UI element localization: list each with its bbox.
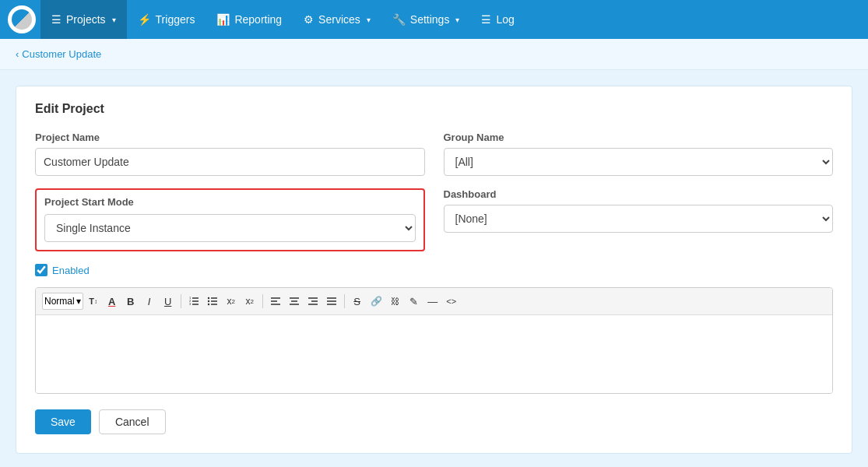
- nav-services-label: Services: [318, 13, 360, 26]
- align-right-button[interactable]: [304, 293, 322, 310]
- start-mode-label: Project Start Mode: [44, 196, 416, 208]
- font-color-button[interactable]: A: [104, 293, 121, 310]
- app-logo[interactable]: [8, 5, 36, 33]
- nav-log-label: Log: [496, 13, 514, 26]
- project-name-group: Project Name: [35, 132, 425, 176]
- style-select-caret-icon: ▾: [76, 296, 81, 307]
- services-caret-icon: ▾: [367, 16, 371, 24]
- triggers-icon: ⚡: [138, 13, 151, 26]
- nav-reporting-label: Reporting: [234, 13, 282, 26]
- nav-projects[interactable]: ☰ Projects ▾: [40, 0, 127, 39]
- link-button[interactable]: 🔗: [367, 293, 385, 310]
- project-name-label: Project Name: [35, 132, 425, 143]
- services-icon: ⚙: [304, 13, 314, 26]
- toolbar-divider-3: [344, 294, 345, 308]
- style-select-label: Normal: [44, 296, 75, 307]
- superscript-button[interactable]: x2: [241, 293, 258, 310]
- nav-triggers-label: Triggers: [156, 13, 195, 26]
- cancel-button[interactable]: Cancel: [99, 409, 166, 434]
- justify-button[interactable]: [323, 293, 340, 310]
- start-mode-select[interactable]: Single Instance Multiple Instances Singl…: [44, 214, 416, 242]
- projects-icon: ☰: [51, 13, 61, 26]
- nav-settings-label: Settings: [410, 13, 450, 26]
- group-name-label: Group Name: [444, 132, 834, 143]
- log-icon: ☰: [481, 13, 491, 26]
- svg-point-10: [207, 300, 209, 302]
- toolbar-divider-1: [181, 294, 181, 308]
- dashboard-group: Dashboard [None] Dashboard 1 Dashboard 2: [444, 188, 834, 251]
- nav-settings[interactable]: 🔧 Settings ▾: [381, 0, 471, 39]
- nav-triggers[interactable]: ⚡ Triggers: [127, 0, 206, 39]
- svg-point-9: [207, 297, 209, 299]
- main-content: Edit Project Project Name Group Name [Al…: [0, 70, 868, 467]
- enabled-label[interactable]: Enabled: [52, 265, 90, 276]
- style-select[interactable]: Normal ▾: [42, 293, 83, 310]
- logo-icon: [12, 9, 32, 30]
- form-row-1: Project Name Group Name [All] Group 1 Gr…: [35, 132, 833, 176]
- card-title: Edit Project: [35, 102, 833, 116]
- text-size-button[interactable]: T↕: [85, 293, 102, 310]
- enabled-row: Enabled: [35, 264, 833, 276]
- settings-caret-icon: ▾: [455, 16, 459, 24]
- breadcrumb-label: Customer Update: [22, 48, 101, 60]
- ordered-list-button[interactable]: 123: [185, 293, 202, 310]
- project-name-input[interactable]: [35, 148, 425, 176]
- breadcrumb-back-link[interactable]: ‹ Customer Update: [16, 48, 101, 60]
- dashboard-label: Dashboard: [444, 188, 834, 200]
- dashboard-select[interactable]: [None] Dashboard 1 Dashboard 2: [444, 205, 834, 233]
- unordered-list-button[interactable]: [204, 293, 221, 310]
- strikethrough-button[interactable]: S: [349, 293, 366, 310]
- save-button[interactable]: Save: [35, 409, 91, 434]
- source-button[interactable]: <>: [443, 293, 460, 310]
- form-row-2: Project Start Mode Single Instance Multi…: [35, 188, 833, 251]
- projects-caret-icon: ▾: [112, 16, 116, 24]
- back-arrow-icon: ‹: [16, 48, 19, 60]
- group-name-select[interactable]: [All] Group 1 Group 2: [444, 148, 834, 176]
- group-name-group: Group Name [All] Group 1 Group 2: [444, 132, 834, 176]
- align-center-button[interactable]: [286, 293, 303, 310]
- bold-button[interactable]: B: [122, 293, 139, 310]
- nav-log[interactable]: ☰ Log: [470, 0, 525, 39]
- reporting-icon: 📊: [216, 13, 230, 26]
- start-mode-highlighted-box: Project Start Mode Single Instance Multi…: [35, 188, 425, 251]
- toolbar-divider-2: [262, 294, 263, 308]
- nav-reporting[interactable]: 📊 Reporting: [206, 0, 293, 39]
- action-buttons: Save Cancel: [35, 409, 833, 434]
- nav-services[interactable]: ⚙ Services ▾: [293, 0, 381, 39]
- underline-button[interactable]: U: [160, 293, 177, 310]
- clear-format-button[interactable]: ✎: [406, 293, 423, 310]
- italic-button[interactable]: I: [141, 293, 158, 310]
- enabled-checkbox[interactable]: [35, 264, 47, 276]
- start-mode-group: Project Start Mode Single Instance Multi…: [35, 188, 425, 251]
- rich-text-editor: Normal ▾ T↕ A B I U 123 x2 x2: [35, 287, 833, 394]
- settings-icon: 🔧: [392, 13, 406, 26]
- subscript-button[interactable]: x2: [223, 293, 240, 310]
- svg-text:3: 3: [189, 302, 192, 306]
- breadcrumb-bar: ‹ Customer Update: [0, 39, 868, 70]
- nav-projects-label: Projects: [66, 13, 106, 26]
- unlink-button[interactable]: ⛓: [387, 293, 404, 310]
- align-left-button[interactable]: [267, 293, 284, 310]
- svg-point-11: [207, 304, 209, 305]
- editor-toolbar: Normal ▾ T↕ A B I U 123 x2 x2: [36, 288, 832, 315]
- navbar: ☰ Projects ▾ ⚡ Triggers 📊 Reporting ⚙ Se…: [0, 0, 868, 39]
- hr-button[interactable]: —: [424, 293, 441, 310]
- edit-project-card: Edit Project Project Name Group Name [Al…: [16, 86, 852, 454]
- editor-body[interactable]: [36, 315, 832, 393]
